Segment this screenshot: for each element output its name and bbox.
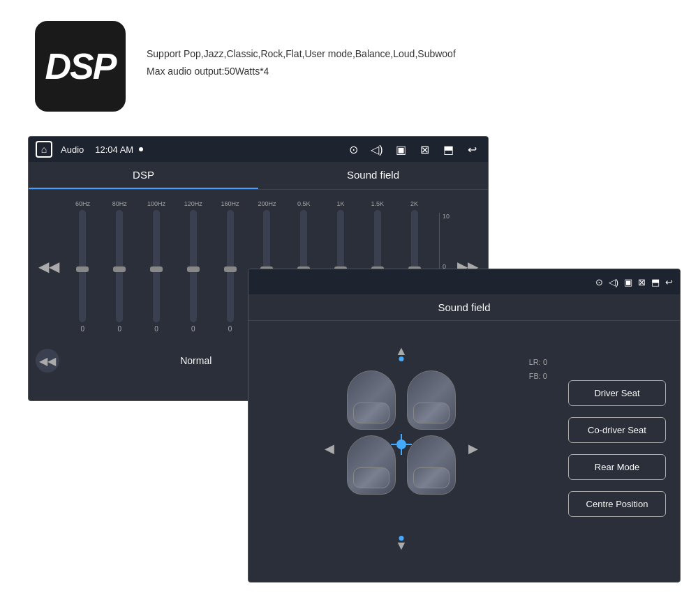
- eq-prev-button[interactable]: ◀◀: [36, 349, 59, 373]
- seat-rear-left: [347, 435, 396, 495]
- eq-band-100hz: 100Hz 0: [139, 200, 174, 333]
- eq-band-120hz: 120Hz 0: [175, 200, 211, 333]
- screen-icon[interactable]: ⬒: [439, 140, 457, 158]
- seat-front-left: [347, 370, 396, 430]
- dsp-status-bar: ⌂ Audio 12:04 AM ⊙ ◁) ▣ ⊠ ⬒ ↩: [29, 137, 488, 162]
- audio-title: Audio: [61, 144, 84, 155]
- eq-band-80hz: 80Hz 0: [102, 200, 138, 333]
- dsp-info-line2: Max audio output:50Watts*4: [147, 63, 456, 80]
- driver-seat-button[interactable]: Driver Seat: [568, 380, 666, 406]
- sf-arrow-right[interactable]: ▶: [468, 441, 478, 456]
- sf-arrow-down[interactable]: ▼: [395, 539, 408, 553]
- co-driver-seat-button[interactable]: Co-driver Seat: [568, 417, 666, 443]
- sf-close-icon[interactable]: ⊠: [638, 277, 646, 287]
- dot-bottom: [399, 536, 404, 541]
- sf-content: ▲ ▼ ◀ ▶: [248, 321, 680, 576]
- volume-icon[interactable]: ◁): [368, 140, 386, 158]
- front-row: [346, 370, 457, 430]
- back-icon[interactable]: ↩: [463, 140, 481, 158]
- eq-left-arrow[interactable]: ◀◀: [36, 258, 62, 275]
- sf-volume-icon[interactable]: ◁): [609, 277, 618, 287]
- crosshair-center: [396, 440, 406, 449]
- eq-slider-100hz[interactable]: [153, 210, 160, 322]
- scale-top: 10: [443, 213, 452, 220]
- seat-front-right: [407, 370, 456, 430]
- centre-position-button[interactable]: Centre Position: [568, 491, 666, 517]
- sf-car-diagram: ▲ ▼ ◀ ▶: [325, 344, 478, 553]
- sf-title: Sound field: [248, 294, 680, 321]
- status-time: 12:04 AM: [95, 144, 133, 155]
- dsp-logo: DSP: [45, 45, 116, 87]
- eq-slider-80hz[interactable]: [116, 210, 123, 322]
- sf-fb: FB: 0: [529, 370, 547, 384]
- status-dot: [139, 147, 143, 151]
- eq-slider-120hz[interactable]: [190, 210, 197, 322]
- dsp-info-line1: Support Pop,Jazz,Classic,Rock,Flat,User …: [147, 45, 456, 63]
- tab-soundfield[interactable]: Sound field: [258, 162, 488, 189]
- location-icon[interactable]: ⊙: [344, 140, 362, 158]
- close-icon[interactable]: ⊠: [415, 140, 433, 158]
- camera-icon[interactable]: ▣: [392, 140, 410, 158]
- dsp-info: Support Pop,Jazz,Classic,Rock,Flat,User …: [147, 21, 456, 80]
- sf-lr: LR: 0: [529, 356, 547, 370]
- sf-location-icon[interactable]: ⊙: [595, 277, 603, 287]
- dsp-header: DSP Support Pop,Jazz,Classic,Rock,Flat,U…: [35, 21, 456, 112]
- eq-slider-60hz[interactable]: [79, 210, 86, 322]
- tab-dsp[interactable]: DSP: [29, 162, 258, 189]
- sf-arrow-left[interactable]: ◀: [325, 441, 334, 456]
- car-seats: [346, 365, 457, 500]
- dot-top: [399, 356, 404, 361]
- sf-car-diagram-area: ▲ ▼ ◀ ▶: [248, 321, 554, 576]
- sf-camera-icon[interactable]: ▣: [624, 277, 632, 287]
- sf-right-panel: Driver Seat Co-driver Seat Rear Mode Cen…: [554, 321, 680, 576]
- sf-back-icon[interactable]: ↩: [665, 277, 673, 287]
- screen-soundfield: ⊙ ◁) ▣ ⊠ ⬒ ↩ Sound field ▲ ▼ ◀ ▶: [248, 269, 681, 583]
- eq-band-60hz: 60Hz 0: [65, 200, 101, 333]
- sf-coords: LR: 0 FB: 0: [529, 356, 547, 384]
- rear-mode-button[interactable]: Rear Mode: [568, 454, 666, 480]
- seat-rear-right: [407, 435, 456, 495]
- home-icon[interactable]: ⌂: [36, 141, 52, 158]
- eq-slider-160hz[interactable]: [227, 210, 234, 322]
- sf-screen-icon[interactable]: ⬒: [651, 277, 660, 287]
- sf-status-bar: ⊙ ◁) ▣ ⊠ ⬒ ↩: [248, 269, 680, 294]
- dsp-tabs: DSP Sound field: [29, 162, 488, 190]
- eq-band-160hz: 160Hz 0: [212, 200, 248, 333]
- dsp-logo-box: DSP: [35, 21, 126, 112]
